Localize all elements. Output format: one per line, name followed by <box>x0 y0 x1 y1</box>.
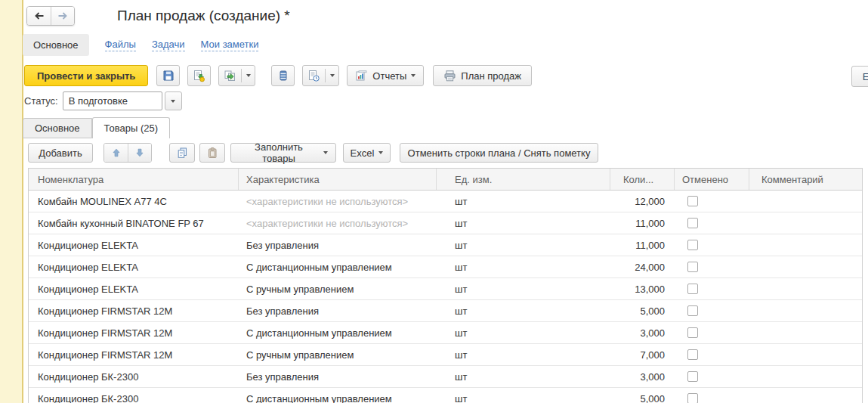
document-history-button[interactable] <box>302 65 339 86</box>
unit-cell: шт <box>437 278 610 299</box>
cancelled-cell <box>675 234 749 256</box>
column-header-characteristic[interactable]: Характеристика <box>239 169 437 190</box>
save-button[interactable] <box>156 65 180 86</box>
paste-icon <box>206 147 219 160</box>
status-label: Статус: <box>24 95 58 107</box>
cancelled-checkbox[interactable] <box>687 262 698 272</box>
table-toolbar: Добавить <box>28 143 598 163</box>
more-button[interactable]: Еще <box>851 66 868 87</box>
comment-cell <box>749 388 862 403</box>
comment-cell <box>749 191 862 212</box>
excel-label: Excel <box>351 147 375 159</box>
paste-row-button[interactable] <box>199 143 225 163</box>
cancelled-cell <box>675 212 749 234</box>
nomenclature-cell: Кондиционер БК-2300 <box>29 366 239 387</box>
cancelled-checkbox[interactable] <box>687 349 698 360</box>
characteristic-cell: С дистанционным управлением <box>239 388 437 403</box>
table-row[interactable]: Кондиционер БК-2300С дистанционным управ… <box>29 388 862 403</box>
column-header-unit[interactable]: Ед. изм. <box>437 169 610 190</box>
quantity-cell: 11,000 <box>610 212 675 234</box>
dropdown-caret-icon <box>246 74 251 77</box>
unit-cell: шт <box>437 366 610 387</box>
cancelled-checkbox[interactable] <box>687 371 698 382</box>
copy-row-button[interactable] <box>169 143 195 163</box>
comment-cell <box>749 212 862 234</box>
column-header-cancelled[interactable]: Отменено <box>675 169 749 190</box>
nomenclature-cell: Кондиционер ELEKTA <box>29 278 239 299</box>
column-header-quantity[interactable]: Коли... <box>610 169 675 190</box>
cancelled-checkbox[interactable] <box>687 305 698 316</box>
tab-goods[interactable]: Товары (25) <box>92 117 170 138</box>
form-tabs: Основное Товары (25) <box>23 117 170 138</box>
unit-cell: шт <box>437 322 610 343</box>
dropdown-caret-icon <box>171 100 175 103</box>
post-and-close-button[interactable]: Провести и закрыть <box>24 65 148 86</box>
nav-tab-notes[interactable]: Мои заметки <box>201 39 259 51</box>
table-row[interactable]: Кондиционер FIRMSTAR 12MС дистанционным … <box>29 322 862 344</box>
characteristic-cell: С дистанционным управлением <box>239 322 437 343</box>
comment-cell <box>749 256 862 277</box>
tab-main[interactable]: Основное <box>23 118 92 138</box>
table-row[interactable]: Комбайн MOULINEX А77 4С<характеристики н… <box>29 191 862 212</box>
document-history-icon <box>307 70 320 82</box>
fill-goods-label: Заполнить товары <box>239 141 319 164</box>
move-down-button[interactable] <box>128 144 151 162</box>
column-header-comment[interactable]: Комментарий <box>749 169 862 190</box>
table-row[interactable]: Кондиционер FIRMSTAR 12MС ручным управле… <box>29 344 862 366</box>
dropdown-caret-icon <box>411 74 415 77</box>
table-row[interactable]: Кондиционер FIRMSTAR 12MБез управленияшт… <box>29 300 862 322</box>
cancelled-cell <box>675 278 749 299</box>
forward-button[interactable] <box>51 7 74 25</box>
status-combobox[interactable]: В подготовке <box>63 91 162 110</box>
back-button[interactable] <box>27 7 51 25</box>
nav-tab-files[interactable]: Файлы <box>105 39 136 51</box>
quantity-cell: 13,000 <box>610 278 675 299</box>
nav-tab-tasks[interactable]: Задачи <box>152 39 185 51</box>
cancelled-cell <box>675 256 749 277</box>
move-up-button[interactable] <box>104 144 128 162</box>
goods-table: Номенклатура Характеристика Ед. изм. Кол… <box>28 168 863 403</box>
print-plan-button[interactable]: План продаж <box>433 65 532 86</box>
quantity-cell: 11,000 <box>610 234 675 256</box>
history-nav <box>26 6 75 26</box>
cancelled-cell <box>675 344 749 365</box>
status-dropdown-button[interactable] <box>165 91 182 110</box>
column-header-nomenclature[interactable]: Номенклатура <box>29 169 239 190</box>
nomenclature-cell: Кондиционер ELEKTA <box>29 234 239 256</box>
nomenclature-cell: Комбайн кухонный BINATONE FP 67 <box>29 212 239 234</box>
table-row[interactable]: Кондиционер БК-2300Без управленияшт3,000 <box>29 366 862 388</box>
post-document-button[interactable] <box>187 65 211 86</box>
table-row[interactable]: Комбайн кухонный BINATONE FP 67<характер… <box>29 212 862 234</box>
comment-cell <box>749 344 862 365</box>
cancelled-cell <box>675 322 749 343</box>
comment-cell <box>749 366 862 387</box>
fill-goods-button[interactable]: Заполнить товары <box>230 143 336 163</box>
reports-label: Отчеты <box>372 70 406 82</box>
characteristic-cell: С ручным управлением <box>239 278 437 299</box>
table-row[interactable]: Кондиционер ELEKTAС ручным управлениемшт… <box>29 278 862 300</box>
add-row-button[interactable]: Добавить <box>28 143 93 163</box>
cancelled-checkbox[interactable] <box>687 284 698 294</box>
table-row[interactable]: Кондиционер ELEKTAБез управленияшт11,000 <box>29 234 862 256</box>
comment-cell <box>749 278 862 299</box>
table-header: Номенклатура Характеристика Ед. изм. Кол… <box>29 168 862 191</box>
printer-icon <box>443 70 456 82</box>
cancelled-checkbox[interactable] <box>687 240 698 250</box>
cancel-plan-lines-button[interactable]: Отменить строки плана / Снять пометку <box>400 143 598 163</box>
dropdown-caret-icon <box>330 74 335 77</box>
cancelled-checkbox[interactable] <box>687 218 698 228</box>
registers-list-button[interactable] <box>271 65 295 86</box>
cancelled-checkbox[interactable] <box>687 393 698 403</box>
nav-tab-main[interactable]: Основное <box>23 34 89 56</box>
left-panel-strip <box>0 0 23 403</box>
create-based-on-button[interactable] <box>218 65 255 86</box>
cancelled-checkbox[interactable] <box>687 196 698 206</box>
cancelled-checkbox[interactable] <box>687 327 698 338</box>
nomenclature-cell: Кондиционер FIRMSTAR 12M <box>29 300 239 321</box>
table-row[interactable]: Кондиционер ELEKTAС дистанционным управл… <box>29 256 862 278</box>
excel-button[interactable]: Excel <box>343 143 391 163</box>
navigation-tabs: Основное Файлы Задачи Мои заметки <box>23 34 258 56</box>
cancelled-cell <box>675 300 749 321</box>
reports-button[interactable]: Отчеты <box>347 65 424 86</box>
table-body: Комбайн MOULINEX А77 4С<характеристики н… <box>29 191 862 403</box>
